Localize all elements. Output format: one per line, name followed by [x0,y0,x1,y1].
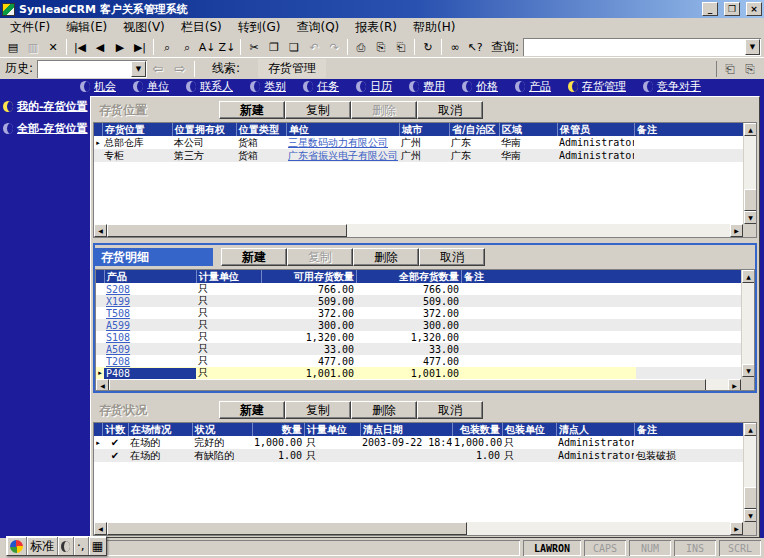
new-button[interactable]: 新建 [219,401,285,419]
scroll-left-icon[interactable]: ◀ [94,522,107,535]
scroll-down-icon[interactable]: ▼ [744,211,757,224]
tab-inventory[interactable]: 存货管理 [568,79,626,94]
print-icon[interactable]: ⎙ [351,38,371,56]
query-zoom-icon[interactable]: ⌕ [177,38,197,56]
sidebar-item-all-locations[interactable]: 全部-存货位置 [3,121,90,136]
scroll-down-icon[interactable]: ▼ [742,364,755,377]
cancel-button[interactable]: 取消 [417,101,483,119]
menu-help[interactable]: 帮助(H) [405,18,463,37]
table-row[interactable]: T508 只 372.00 372.00 [96,307,741,319]
new-button[interactable]: 新建 [221,248,287,266]
sidebar-item-my-locations[interactable]: 我的-存货位置 [3,99,90,114]
table-row[interactable]: X199 只 509.00 509.00 [96,295,741,307]
scroll-right-icon[interactable]: ▶ [730,522,743,535]
product-link[interactable]: S108 [104,332,196,343]
product-link[interactable]: X199 [104,296,196,307]
tab-product[interactable]: 产品 [515,79,551,94]
company-link[interactable]: 广东省振兴电子有限公司 [286,149,399,163]
tab-calendar[interactable]: 日历 [356,79,392,94]
paste-icon[interactable]: ❏ [284,38,304,56]
product-link[interactable]: P408 [104,368,196,379]
scrollbar-thumb[interactable] [109,379,706,391]
sort-asc-icon[interactable]: A↓ [197,38,217,56]
horizontal-scrollbar[interactable]: ◀ ▶ [96,379,741,391]
copy-button[interactable]: 复制 [287,248,353,266]
new-record-icon[interactable]: ▤ [3,38,23,56]
redo-icon[interactable]: ↷ [324,38,344,56]
scroll-right-icon[interactable]: ▶ [730,224,743,237]
refresh-icon[interactable]: ↻ [418,38,438,56]
history-forward-icon[interactable]: ⇨ [169,60,191,78]
table-row[interactable]: A509 只 33.00 33.00 [96,343,741,355]
vertical-scrollbar[interactable]: ▲ ▼ [741,270,754,377]
scroll-left-icon[interactable]: ◀ [96,379,109,391]
scroll-right-icon[interactable]: ▶ [728,379,741,391]
company-link[interactable]: 三星数码动力有限公司 [286,136,399,150]
delete-record-icon[interactable]: ✕ [43,38,63,56]
ime-mode-button[interactable]: 标准 [27,537,58,555]
table-row[interactable]: 专柜 第三方 货箱 广东省振兴电子有限公司 广州 广东 华南 Administr… [94,149,743,162]
table-row[interactable]: ▸ 总部仓库 本公司 货箱 三星数码动力有限公司 广州 广东 华南 Admini… [94,136,743,149]
find-binoculars-icon[interactable]: ∞ [445,38,465,56]
delete-button[interactable]: 删除 [351,101,417,119]
tab-price[interactable]: 价格 [462,79,498,94]
table-row[interactable]: S208 只 766.00 766.00 [96,283,741,295]
vertical-scrollbar[interactable]: ▲ ▼ [743,423,756,522]
scroll-down-icon[interactable]: ▼ [744,509,757,522]
search-icon[interactable]: ⌕ [157,38,177,56]
scroll-left-icon[interactable]: ◀ [94,224,107,237]
ime-fullwidth-moon-icon[interactable] [58,537,74,555]
edit-record-icon[interactable]: ▥ [23,38,43,56]
scrollbar-thumb[interactable] [744,487,757,509]
prev-record-icon[interactable]: ◀ [90,38,110,56]
menu-view[interactable]: 视图(V) [115,18,173,37]
table-row[interactable]: S108 只 1,320.00 1,320.00 [96,331,741,343]
card-view-icon[interactable]: ⎘ [741,61,759,77]
cancel-button[interactable]: 取消 [419,248,485,266]
product-link[interactable]: S208 [104,284,196,295]
horizontal-scrollbar[interactable]: ◀ ▶ [94,522,743,535]
new-button[interactable]: 新建 [219,101,285,119]
ime-logo-icon[interactable] [7,537,27,555]
vertical-scrollbar[interactable]: ▲ ▼ [743,123,756,224]
scrollbar-thumb[interactable] [744,189,757,211]
scroll-up-icon[interactable]: ▲ [744,123,757,136]
tab-category[interactable]: 类别 [250,79,286,94]
tab-opportunity[interactable]: 机会 [80,79,116,94]
tab-expense[interactable]: 费用 [409,79,445,94]
first-record-icon[interactable]: |◀ [70,38,90,56]
scrollbar-thumb[interactable] [107,522,467,535]
sort-desc-icon[interactable]: Z↓ [217,38,237,56]
query-combobox[interactable]: ▼ [523,38,761,56]
combo-arrow-icon[interactable]: ▼ [131,61,146,77]
table-row[interactable]: A599 只 300.00 300.00 [96,319,741,331]
menu-report[interactable]: 报表(R) [347,18,405,37]
product-link[interactable]: T508 [104,308,196,319]
detail-view-icon[interactable]: ⎗ [721,61,739,77]
delete-button[interactable]: 删除 [351,401,417,419]
product-link[interactable]: A509 [104,344,196,355]
last-record-icon[interactable]: ▶| [130,38,150,56]
tab-company[interactable]: 单位 [133,79,169,94]
combo-arrow-icon[interactable]: ▼ [745,39,760,55]
scroll-up-icon[interactable]: ▲ [742,270,755,283]
restore-button[interactable]: ❐ [724,2,740,16]
minimize-button[interactable]: _ [702,2,718,16]
undo-icon[interactable]: ↶ [304,38,324,56]
menu-goto[interactable]: 转到(G) [230,18,289,37]
context-help-icon[interactable]: ↖? [465,38,485,56]
delete-button[interactable]: 删除 [353,248,419,266]
export-icon[interactable]: ⎘ [371,38,391,56]
product-link[interactable]: T208 [104,356,196,367]
cut-icon[interactable]: ✂ [244,38,264,56]
copy-icon[interactable]: ❐ [264,38,284,56]
table-row[interactable]: ▸ ✔ 在场的 完好的 1,000.00 只 2003-09-22 18:47 … [94,436,743,449]
scrollbar-thumb[interactable] [107,224,347,237]
print-preview-icon[interactable]: ⎗ [391,38,411,56]
horizontal-scrollbar[interactable]: ◀ ▶ [94,224,743,237]
copy-button[interactable]: 复制 [285,101,351,119]
tab-task[interactable]: 任务 [303,79,339,94]
table-row[interactable]: T208 只 477.00 477.00 [96,355,741,367]
ime-punctuation-button[interactable]: ·, [74,537,89,555]
tab-contact[interactable]: 联系人 [186,79,233,94]
